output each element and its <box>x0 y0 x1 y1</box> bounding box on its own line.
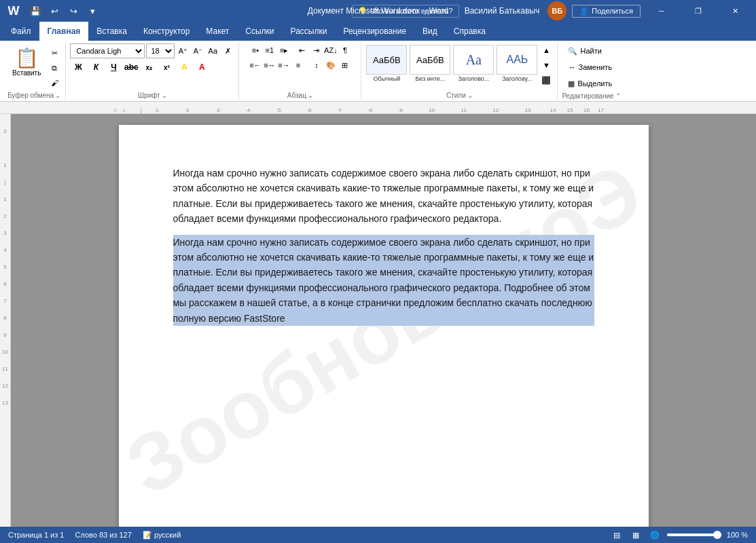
styles-scroll-down[interactable]: ▼ <box>539 58 553 72</box>
justify-button[interactable]: ≡ <box>291 58 305 72</box>
superscript-button[interactable]: x² <box>158 60 175 75</box>
clipboard-expand-icon[interactable]: ⌄ <box>55 92 60 99</box>
styles-expand-icon[interactable]: ⌄ <box>467 92 473 99</box>
pilcrow-button[interactable]: ¶ <box>338 43 352 57</box>
find-icon: 🔍 <box>568 47 577 56</box>
editing-label: Редактирование ⌃ <box>562 91 620 100</box>
style-normal-preview: АаБбВ <box>366 45 407 75</box>
tab-insert[interactable]: Вставка <box>88 22 135 41</box>
tab-mailings[interactable]: Рассылки <box>283 22 336 41</box>
decrease-indent-button[interactable]: ⇤ <box>295 43 309 57</box>
style-no-spacing-label: Без инте... <box>415 75 445 82</box>
font-controls: Candara Ligh 18 A⁺ A⁻ Аа ✗ Ж К Ч abc x₂ <box>70 43 234 75</box>
horizontal-ruler: ·2· ·1· | ·1· ·2· ·3· ·4· ·5· ·6· ·7· ·8… <box>0 102 756 114</box>
language-indicator[interactable]: 📝 русский <box>143 531 181 540</box>
document-area[interactable]: Зообнов чпоЭ Иногда нам срочно нужно зап… <box>11 114 756 527</box>
user-avatar[interactable]: ВБ <box>547 1 566 20</box>
para-controls: ≡• ≡1 ≡▸ ⇤ ⇥ AZ↓ ¶ ≡← ≡↔ ≡→ ≡ ↕ 🎨 <box>249 43 352 72</box>
paste-button[interactable]: 📋 Вставить <box>7 43 46 80</box>
styles-list: АаБбВ Обычный АаБбВ Без инте... Аа Загол… <box>365 43 538 83</box>
strikethrough-button[interactable]: abc <box>123 60 139 75</box>
font-size-select[interactable]: 18 <box>146 43 175 58</box>
title-bar: W 💾 ↩ ↪ ▾ Документ Microsoft Word.docx –… <box>0 0 756 22</box>
select-button[interactable]: ▦ Выделить <box>564 76 618 91</box>
increase-font-button[interactable]: A⁺ <box>176 44 190 58</box>
align-center-button[interactable]: ≡↔ <box>263 58 276 72</box>
tab-file[interactable]: Файл <box>3 22 39 41</box>
paste-label: Вставить <box>12 69 41 77</box>
restore-button[interactable]: ❐ <box>683 0 714 22</box>
text-highlight-button[interactable]: A <box>176 60 192 75</box>
underline-button[interactable]: Ч <box>105 60 122 75</box>
tab-view[interactable]: Вид <box>414 22 446 41</box>
align-left-button[interactable]: ≡← <box>249 58 262 72</box>
paragraph-2[interactable]: Иногда нам срочно нужно записать содержи… <box>173 235 594 326</box>
styles-scroll-up[interactable]: ▲ <box>539 43 553 57</box>
share-button[interactable]: 👤 Поделиться <box>572 5 641 18</box>
tab-layout[interactable]: Макет <box>198 22 237 41</box>
sort-button[interactable]: AZ↓ <box>324 43 338 57</box>
multilevel-button[interactable]: ≡▸ <box>277 43 291 57</box>
qat-dropdown-button[interactable]: ▾ <box>84 3 101 19</box>
web-layout-button[interactable]: 🌐 <box>648 528 662 542</box>
content-area: · 2 · 1 | 1 2 3 4 5 6 7 8 9 10 11 12 13 … <box>0 114 756 527</box>
editing-content: 🔍 Найти ↔ Заменить ▦ Выделить <box>564 42 618 91</box>
style-heading1[interactable]: Аа Заголово... <box>452 43 494 83</box>
copy-button[interactable]: ⧉ <box>48 61 61 75</box>
zoom-level: 100 % <box>727 531 748 539</box>
read-mode-button[interactable]: ▤ <box>610 528 624 542</box>
spell-check-icon: 📝 <box>143 531 152 539</box>
editing-collapse-icon[interactable]: ⌃ <box>615 92 621 100</box>
align-right-button[interactable]: ≡→ <box>277 58 291 72</box>
undo-qat-button[interactable]: ↩ <box>46 3 62 19</box>
increase-indent-button[interactable]: ⇥ <box>310 43 323 57</box>
list-row: ≡• ≡1 ≡▸ ⇤ ⇥ AZ↓ ¶ <box>249 43 352 57</box>
redo-qat-button[interactable]: ↪ <box>65 3 82 19</box>
styles-content: АаБбВ Обычный АаБбВ Без инте... Аа Загол… <box>365 42 553 90</box>
borders-button[interactable]: ⊞ <box>338 58 352 72</box>
bullets-button[interactable]: ≡• <box>249 43 262 57</box>
style-no-spacing[interactable]: АаБбВ Без инте... <box>409 43 451 83</box>
style-normal[interactable]: АаБбВ Обычный <box>365 43 408 83</box>
close-button[interactable]: ✕ <box>719 0 751 22</box>
font-color-button[interactable]: A <box>194 60 210 75</box>
style-heading2[interactable]: ААЬ Заголову... <box>496 43 538 83</box>
find-button[interactable]: 🔍 Найти <box>564 43 618 58</box>
tab-references[interactable]: Ссылки <box>237 22 282 41</box>
tab-design[interactable]: Конструктор <box>135 22 198 41</box>
replace-icon: ↔ <box>568 63 575 71</box>
cut-button[interactable]: ✂ <box>48 46 61 60</box>
page-content: Иногда нам срочно нужно записать содержи… <box>173 166 594 326</box>
line-spacing-button[interactable]: ↕ <box>310 58 323 72</box>
clear-format-button[interactable]: ✗ <box>221 44 234 58</box>
subscript-button[interactable]: x₂ <box>141 60 157 75</box>
change-case-button[interactable]: Аа <box>206 44 219 58</box>
window-title: Документ Microsoft Word.docx – Word <box>308 6 449 16</box>
style-heading2-label: Заголову... <box>502 75 532 82</box>
style-no-spacing-preview: АаБбВ <box>410 45 450 75</box>
tab-help[interactable]: Справка <box>446 22 494 41</box>
format-painter-button[interactable]: 🖌 <box>48 76 61 90</box>
status-left: Страница 1 из 1 Слово 83 из 127 📝 русски… <box>8 531 181 540</box>
bold-button[interactable]: Ж <box>70 60 86 75</box>
tab-home[interactable]: Главная <box>39 22 89 41</box>
print-layout-button[interactable]: ▦ <box>629 528 643 542</box>
replace-button[interactable]: ↔ Заменить <box>564 60 618 75</box>
decrease-font-button[interactable]: A⁻ <box>191 44 204 58</box>
style-normal-label: Обычный <box>374 75 401 82</box>
select-icon: ▦ <box>568 79 575 88</box>
shading-button[interactable]: 🎨 <box>324 58 338 72</box>
tab-review[interactable]: Рецензирование <box>335 22 414 41</box>
italic-button[interactable]: К <box>88 60 104 75</box>
style-heading1-label: Заголово... <box>458 75 489 82</box>
numbering-button[interactable]: ≡1 <box>263 43 276 57</box>
zoom-slider[interactable] <box>667 533 721 536</box>
paragraph-expand-icon[interactable]: ⌄ <box>308 92 313 99</box>
clipboard-label: Буфер обмена ⌄ <box>7 90 61 100</box>
font-name-select[interactable]: Candara Ligh <box>70 43 145 58</box>
paragraph-1[interactable]: Иногда нам срочно нужно записать содержи… <box>173 166 594 227</box>
styles-expand-button[interactable]: ⬛ <box>539 73 553 87</box>
save-qat-button[interactable]: 💾 <box>27 3 43 19</box>
minimize-button[interactable]: ─ <box>646 0 677 22</box>
font-expand-icon[interactable]: ⌄ <box>162 92 167 99</box>
